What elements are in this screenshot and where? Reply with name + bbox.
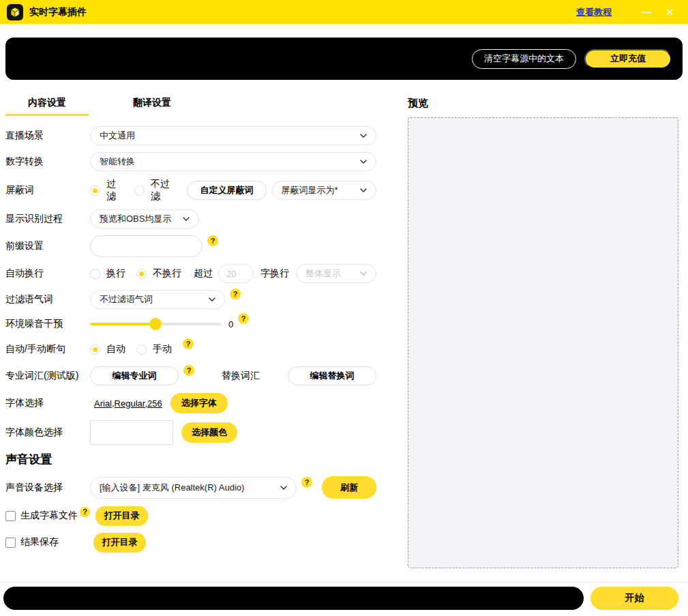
- recognition-display-label: 显示识别过程: [5, 213, 90, 225]
- recognition-display-select[interactable]: 预览和OBS均显示: [90, 209, 199, 229]
- noise-suppression-label: 环境噪音干预: [5, 318, 90, 330]
- sound-device-value: [输入设备] 麦克风 (Realtek(R) Audio): [100, 482, 244, 494]
- prefix-input[interactable]: [90, 235, 203, 257]
- chevron-down-icon: [280, 486, 287, 490]
- live-scene-label: 直播场景: [5, 130, 90, 142]
- row-blocked-words: 屏蔽词 过滤 不过滤 自定义屏蔽词 屏蔽词显示为*: [5, 178, 376, 203]
- blocked-words-display-select[interactable]: 屏蔽词显示为*: [272, 181, 376, 200]
- row-font-color: 字体颜色选择 选择颜色: [5, 420, 376, 445]
- manual-break-radio[interactable]: 手动: [136, 343, 172, 355]
- sound-device-help-icon[interactable]: ?: [301, 477, 312, 488]
- auto-break-radio[interactable]: 自动: [90, 343, 125, 355]
- font-color-label: 字体颜色选择: [5, 426, 90, 439]
- wrap-radio[interactable]: 换行: [90, 267, 125, 280]
- filler-filter-help-icon[interactable]: ?: [230, 289, 241, 299]
- row-number-convert: 数字转换 智能转换: [5, 152, 376, 171]
- recharge-button[interactable]: 立即充值: [584, 49, 672, 69]
- sentence-break-label: 自动/手动断句: [5, 343, 90, 355]
- chevron-down-icon: [183, 217, 190, 221]
- subtitle-file-label: 生成字幕文件: [20, 510, 78, 522]
- title-bar: 实时字幕插件 查看教程 — ✕: [0, 0, 688, 24]
- result-save-checkbox[interactable]: [5, 538, 16, 548]
- wrap-option-label: 换行: [106, 267, 125, 280]
- edit-replace-words-button[interactable]: 编辑替换词: [288, 366, 376, 385]
- current-font-link[interactable]: Arial,Regular,256: [94, 398, 162, 409]
- wrap-mode-value: 整体显示: [305, 267, 341, 280]
- app-title: 实时字幕插件: [29, 6, 87, 18]
- professional-words-help-icon[interactable]: ?: [183, 365, 194, 376]
- no-wrap-radio[interactable]: 不换行: [136, 267, 181, 280]
- professional-words-label: 专业词汇(测试版): [5, 370, 90, 382]
- number-convert-label: 数字转换: [5, 156, 90, 168]
- close-button[interactable]: ✕: [658, 0, 681, 24]
- no-wrap-option-label: 不换行: [153, 267, 181, 280]
- choose-font-button[interactable]: 选择字体: [170, 393, 228, 413]
- row-live-scene: 直播场景 中文通用: [5, 126, 376, 145]
- noise-value: 0: [228, 319, 233, 329]
- minimize-button[interactable]: —: [635, 0, 658, 24]
- auto-option-label: 自动: [106, 343, 125, 355]
- noise-slider-thumb[interactable]: [149, 318, 162, 330]
- edit-professional-words-button[interactable]: 编辑专业词: [90, 366, 179, 385]
- open-result-dir-button[interactable]: 打开目录: [93, 533, 146, 553]
- exceed-chars-input[interactable]: [218, 264, 254, 283]
- wrap-suffix-label: 字换行: [260, 267, 289, 280]
- row-recognition-display: 显示识别过程 预览和OBS均显示: [5, 209, 376, 229]
- row-result-save: 结果保存 打开目录: [5, 532, 376, 553]
- row-professional-words: 专业词汇(测试版) 编辑专业词 ? 替换词汇 编辑替换词: [5, 366, 376, 385]
- chevron-down-icon: [360, 188, 367, 192]
- number-convert-select[interactable]: 智能转换: [90, 152, 376, 171]
- noise-help-icon[interactable]: ?: [238, 313, 249, 324]
- auto-wrap-label: 自动换行: [5, 267, 90, 280]
- row-noise-suppression: 环境噪音干预 0 ?: [5, 316, 376, 332]
- sound-device-select[interactable]: [输入设备] 麦克风 (Realtek(R) Audio): [90, 477, 297, 499]
- filter-option-label: 过滤: [106, 178, 123, 203]
- view-tutorial-link[interactable]: 查看教程: [576, 6, 612, 18]
- radio-selected-icon: [90, 344, 100, 355]
- blocked-words-nofilter-radio[interactable]: 不过滤: [134, 178, 177, 203]
- preview-title: 预览: [408, 97, 428, 110]
- tab-translate-settings[interactable]: 翻译设置: [110, 97, 194, 116]
- recognition-display-value: 预览和OBS均显示: [100, 213, 171, 225]
- blocked-words-display-value: 屏蔽词显示为*: [282, 184, 338, 196]
- radio-unselected-icon: [134, 186, 145, 196]
- radio-selected-icon: [136, 269, 147, 279]
- row-font-select: 字体选择 Arial,Regular,256 选择字体: [5, 393, 376, 413]
- row-prefix: 前缀设置 ?: [5, 235, 376, 257]
- chevron-down-icon: [209, 297, 215, 302]
- live-scene-select[interactable]: 中文通用: [90, 126, 376, 145]
- row-sentence-break: 自动/手动断句 自动 手动 ?: [5, 340, 376, 358]
- sentence-break-help-icon[interactable]: ?: [183, 338, 194, 349]
- prefix-help-icon[interactable]: ?: [207, 235, 218, 246]
- clear-subtitle-text-button[interactable]: 清空字幕源中的文本: [472, 49, 576, 69]
- blocked-words-filter-radio[interactable]: 过滤: [90, 178, 123, 203]
- row-filler-filter: 过滤语气词 不过滤语气词 ?: [5, 290, 376, 309]
- choose-color-button[interactable]: 选择颜色: [181, 422, 237, 443]
- tab-content-settings[interactable]: 内容设置: [5, 97, 89, 116]
- subtitle-file-help-icon[interactable]: ?: [80, 507, 90, 517]
- row-sound-device: 声音设备选择 [输入设备] 麦克风 (Realtek(R) Audio) ? 刷…: [5, 476, 376, 499]
- noise-slider-fill: [90, 323, 155, 325]
- open-subtitle-dir-button[interactable]: 打开目录: [95, 506, 148, 526]
- font-color-input[interactable]: [90, 420, 173, 445]
- filler-filter-value: 不过滤语气词: [100, 293, 153, 306]
- wrap-mode-select[interactable]: 整体显示: [296, 264, 376, 283]
- number-convert-value: 智能转换: [100, 156, 135, 168]
- status-bar: [3, 587, 584, 610]
- subtitle-file-checkbox[interactable]: [5, 511, 16, 521]
- radio-unselected-icon: [136, 344, 147, 355]
- settings-tabs: 内容设置 翻译设置: [5, 97, 376, 116]
- row-auto-wrap: 自动换行 换行 不换行 超过 字换行 整体显示: [5, 264, 376, 283]
- prefix-label: 前缀设置: [5, 240, 90, 252]
- custom-blocked-words-button[interactable]: 自定义屏蔽词: [187, 181, 266, 200]
- filler-filter-select[interactable]: 不过滤语气词: [90, 290, 225, 309]
- start-button[interactable]: 开始: [590, 587, 678, 610]
- radio-unselected-icon: [90, 269, 100, 279]
- blocked-words-label: 屏蔽词: [5, 184, 90, 196]
- preview-area: [408, 117, 678, 568]
- noise-slider[interactable]: [90, 323, 221, 325]
- chevron-down-icon: [360, 160, 367, 164]
- font-select-label: 字体选择: [5, 397, 90, 409]
- sound-device-label: 声音设备选择: [5, 482, 90, 494]
- refresh-devices-button[interactable]: 刷新: [322, 476, 376, 499]
